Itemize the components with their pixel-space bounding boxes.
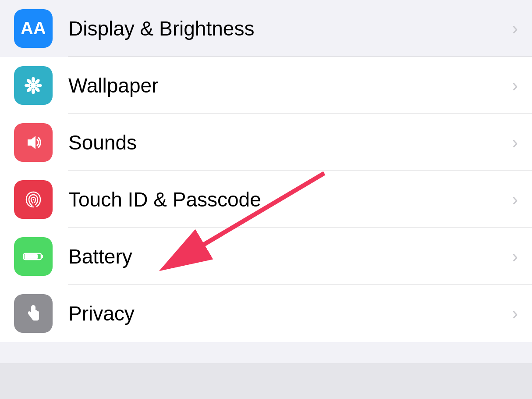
settings-item-display-brightness[interactable]: AA Display & Brightness › [0, 0, 532, 57]
sounds-icon [14, 123, 53, 162]
battery-label: Battery [68, 245, 505, 268]
svg-marker-10 [28, 136, 35, 149]
settings-item-sounds[interactable]: Sounds › [0, 114, 532, 171]
svg-rect-12 [25, 254, 38, 259]
settings-item-wallpaper[interactable]: Wallpaper › [0, 57, 532, 114]
settings-list: AA Display & Brightness › [0, 0, 532, 342]
sounds-chevron: › [512, 132, 518, 153]
touchid-chevron: › [512, 189, 518, 210]
display-brightness-label: Display & Brightness [68, 17, 505, 40]
privacy-chevron: › [512, 303, 518, 324]
sounds-label: Sounds [68, 131, 505, 154]
svg-point-3 [32, 88, 35, 94]
display-brightness-icon: AA [14, 9, 53, 48]
privacy-label: Privacy [68, 302, 505, 325]
touchid-icon [14, 180, 53, 219]
settings-item-touchid[interactable]: Touch ID & Passcode › [0, 171, 532, 228]
svg-text:AA: AA [21, 18, 45, 38]
battery-chevron: › [512, 246, 518, 267]
privacy-icon [14, 294, 53, 333]
display-brightness-chevron: › [512, 18, 518, 39]
settings-item-privacy[interactable]: Privacy › [0, 285, 532, 342]
settings-item-battery[interactable]: Battery › [0, 228, 532, 285]
touchid-label: Touch ID & Passcode [68, 188, 505, 211]
svg-point-2 [32, 77, 35, 83]
svg-point-5 [36, 84, 42, 87]
bottom-bar [0, 363, 532, 399]
wallpaper-label: Wallpaper [68, 74, 505, 97]
svg-point-4 [25, 84, 31, 87]
wallpaper-chevron: › [512, 75, 518, 96]
wallpaper-icon [14, 66, 53, 105]
svg-rect-13 [41, 255, 43, 258]
battery-icon [14, 237, 53, 276]
